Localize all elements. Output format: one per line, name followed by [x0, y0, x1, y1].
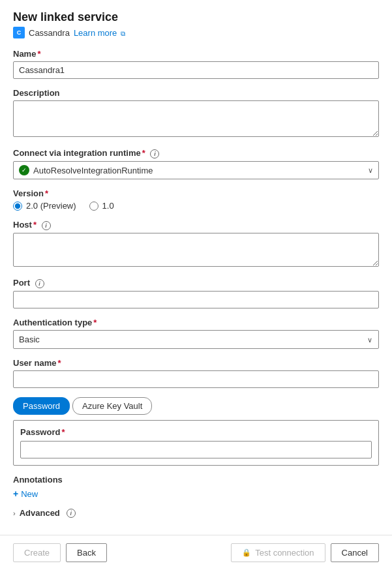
- ir-chevron-icon: ∨: [368, 166, 373, 175]
- azure-key-vault-tab[interactable]: Azure Key Vault: [72, 397, 152, 415]
- new-annotation-label: New: [21, 489, 38, 499]
- password-tabs: Password Azure Key Vault: [13, 397, 379, 415]
- footer: Create Back 🔒 Test connection Cancel: [0, 535, 392, 570]
- password-tab[interactable]: Password: [13, 397, 70, 415]
- version-group: Version* 2.0 (Preview) 1.0: [13, 188, 379, 211]
- host-info-icon[interactable]: i: [42, 221, 51, 230]
- username-label: User name*: [13, 358, 379, 368]
- version-10-label: 1.0: [102, 201, 114, 211]
- port-label: Port i: [13, 278, 379, 288]
- version-label: Version*: [13, 188, 379, 198]
- subtitle-row: C Cassandra Learn more ⧉: [13, 27, 379, 38]
- integration-runtime-info-icon[interactable]: i: [150, 149, 159, 158]
- lock-icon: 🔒: [242, 548, 251, 557]
- username-group: User name*: [13, 358, 379, 388]
- back-button[interactable]: Back: [66, 543, 107, 562]
- integration-runtime-group: Connect via integration runtime* i ✓ Aut…: [13, 148, 379, 179]
- description-textarea[interactable]: [13, 100, 379, 137]
- version-10-radio[interactable]: [89, 202, 98, 211]
- port-info-icon[interactable]: i: [35, 279, 44, 288]
- create-button[interactable]: Create: [13, 543, 61, 562]
- auth-type-select[interactable]: Basic: [13, 330, 379, 349]
- auth-type-label: Authentication type*: [13, 318, 379, 327]
- version-20-option[interactable]: 2.0 (Preview): [13, 201, 76, 211]
- version-options: 2.0 (Preview) 1.0: [13, 201, 379, 211]
- annotations-section: Annotations + New: [13, 475, 379, 499]
- external-link-icon: ⧉: [121, 30, 125, 37]
- host-group: Host* i: [13, 220, 379, 269]
- annotations-label: Annotations: [13, 475, 379, 485]
- learn-more-link[interactable]: Learn more ⧉: [74, 28, 125, 38]
- auth-type-group: Authentication type* Basic ∨: [13, 318, 379, 349]
- plus-icon: +: [13, 488, 18, 499]
- cassandra-icon: C: [13, 27, 25, 38]
- name-group: Name*: [13, 49, 379, 79]
- integration-runtime-value: AutoResolveIntegrationRuntime: [33, 166, 368, 175]
- password-field-label: Password*: [20, 427, 372, 437]
- host-textarea[interactable]: [13, 233, 379, 267]
- username-input[interactable]: [13, 370, 379, 388]
- test-connection-button[interactable]: 🔒 Test connection: [231, 543, 325, 562]
- version-20-radio[interactable]: [13, 202, 22, 211]
- name-label: Name*: [13, 49, 379, 59]
- password-box: Password*: [13, 420, 379, 466]
- integration-runtime-label: Connect via integration runtime* i: [13, 148, 379, 158]
- advanced-section[interactable]: › Advanced i: [13, 508, 379, 518]
- integration-runtime-select[interactable]: ✓ AutoResolveIntegrationRuntime ∨: [13, 161, 379, 179]
- test-connection-label: Test connection: [255, 548, 314, 558]
- page-title: New linked service: [13, 10, 379, 24]
- new-annotation-button[interactable]: + New: [13, 488, 38, 499]
- host-label: Host* i: [13, 220, 379, 230]
- version-20-label: 2.0 (Preview): [26, 201, 76, 211]
- password-section: Password Azure Key Vault Password*: [13, 397, 379, 466]
- advanced-info-icon[interactable]: i: [67, 509, 76, 518]
- port-group: Port i: [13, 278, 379, 308]
- version-10-option[interactable]: 1.0: [89, 201, 114, 211]
- description-label: Description: [13, 88, 379, 98]
- auth-type-select-wrapper: Basic ∨: [13, 330, 379, 349]
- name-input[interactable]: [13, 61, 379, 79]
- service-name-label: Cassandra: [29, 28, 70, 38]
- advanced-chevron-icon: ›: [13, 509, 16, 517]
- cancel-button[interactable]: Cancel: [331, 543, 379, 562]
- green-check-icon: ✓: [19, 165, 29, 175]
- advanced-label: Advanced: [20, 508, 60, 518]
- port-input[interactable]: [13, 291, 379, 308]
- password-input[interactable]: [20, 441, 372, 458]
- description-group: Description: [13, 88, 379, 139]
